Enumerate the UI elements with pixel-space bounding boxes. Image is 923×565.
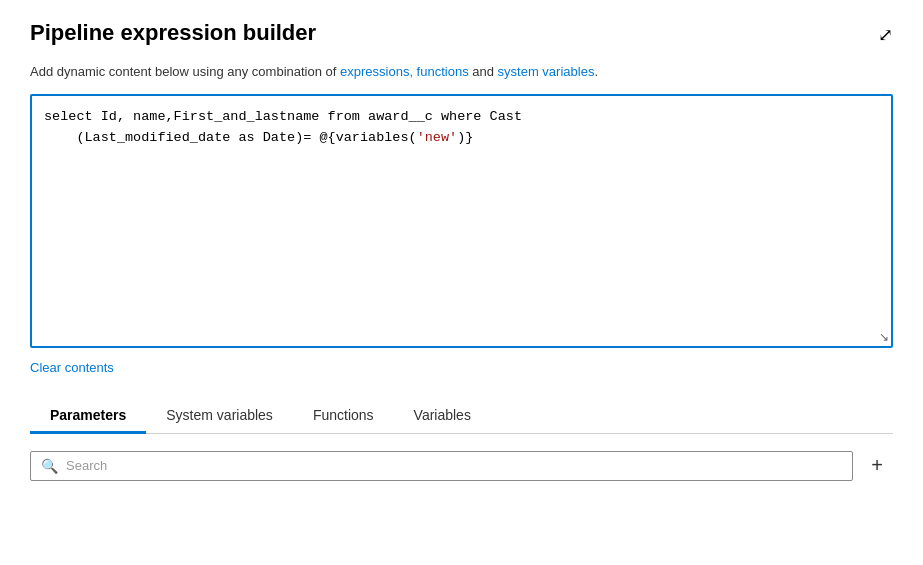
subtitle-text: Add dynamic content below using any comb… [30,62,893,82]
subtitle-conjunction: and [469,64,498,79]
search-icon: 🔍 [41,458,58,474]
expressions-functions-link[interactable]: expressions, functions [340,64,469,79]
dialog-header: Pipeline expression builder ⤢ [30,20,893,46]
tab-parameters[interactable]: Parameters [30,399,146,434]
system-variables-link[interactable]: system variables [498,64,595,79]
tab-functions[interactable]: Functions [293,399,394,434]
expand-icon[interactable]: ⤢ [878,24,893,46]
tabs-list: Parameters System variables Functions Va… [30,399,893,433]
tab-variables[interactable]: Variables [394,399,491,434]
subtitle-suffix: . [594,64,598,79]
tab-system-variables[interactable]: System variables [146,399,293,434]
clear-contents-button[interactable]: Clear contents [30,360,114,375]
resize-handle[interactable]: ↘ [875,330,889,344]
tabs-container: Parameters System variables Functions Va… [30,399,893,434]
dialog-title: Pipeline expression builder [30,20,316,46]
search-container: 🔍 + [30,450,893,482]
editor-code-block[interactable]: select Id, name,First_and_lastname from … [32,96,891,346]
add-button[interactable]: + [861,450,893,482]
subtitle-prefix: Add dynamic content below using any comb… [30,64,340,79]
expression-editor: select Id, name,First_and_lastname from … [30,94,893,348]
search-input[interactable] [66,458,842,473]
search-box: 🔍 [30,451,853,481]
